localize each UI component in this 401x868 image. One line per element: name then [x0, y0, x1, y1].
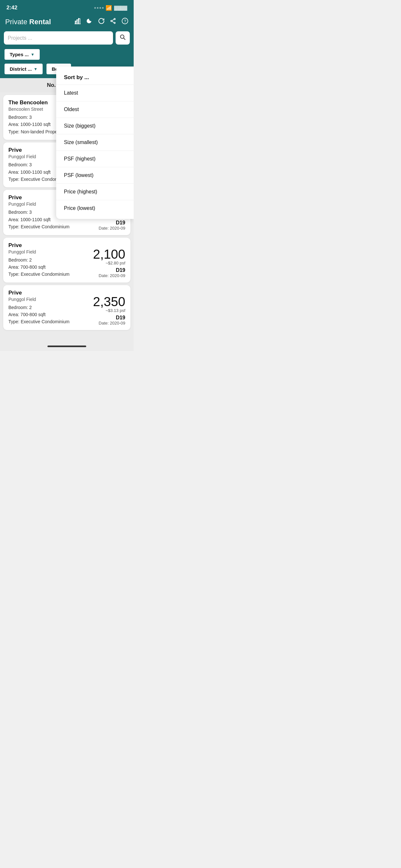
status-icons: 📶 ▓▓▓▓ [94, 5, 127, 11]
types-filter-button[interactable]: Types ... ▼ [4, 49, 40, 60]
status-bar: 2:42 📶 ▓▓▓▓ [0, 0, 134, 14]
listing-date: Date: 2020-09 [99, 321, 125, 326]
search-icon [120, 34, 126, 40]
types-dropdown-arrow: ▼ [31, 52, 35, 57]
battery-icon: ▓▓▓▓ [114, 5, 127, 10]
svg-line-8 [112, 20, 114, 21]
listing-name: Prive [8, 242, 87, 249]
sort-option-psf-lowest[interactable]: PSF (lowest) [56, 167, 134, 184]
home-bar [48, 345, 86, 347]
listing-details: Bedroom: 2 Area: 700-800 sqft Type: Exec… [8, 256, 87, 278]
sort-option-latest[interactable]: Latest [56, 85, 134, 101]
listing-district: D19 [116, 268, 125, 273]
district-dropdown-arrow: ▼ [34, 67, 37, 71]
sort-option-psf-highest[interactable]: PSF (highest) [56, 151, 134, 167]
sort-dropdown-title: Sort by ... [56, 69, 134, 85]
svg-line-9 [112, 21, 114, 23]
svg-point-5 [114, 19, 115, 20]
listing-type: Type: Executive Condominium [8, 318, 87, 325]
search-button[interactable] [116, 31, 130, 44]
listing-date: Date: 2020-09 [99, 226, 125, 230]
listing-street: Punggol Field [8, 297, 87, 302]
listing-type: Type: Executive Condominium [8, 223, 87, 230]
listing-psf: ~$2.80 psf [105, 260, 125, 266]
listing-name: Prive [8, 290, 87, 296]
listing-district: D19 [116, 315, 125, 321]
sort-option-oldest[interactable]: Oldest [56, 101, 134, 118]
app-title-bold: Rental [29, 18, 51, 26]
listing-bedroom: Bedroom: 2 [8, 304, 87, 311]
district-filter-button[interactable]: District ... ▼ [4, 63, 43, 75]
listing-card[interactable]: Prive Punggol Field Bedroom: 2 Area: 700… [3, 238, 130, 283]
chart-icon[interactable] [74, 18, 81, 26]
listing-area: Area: 700-800 sqft [8, 311, 87, 318]
listing-price: 2,350 [93, 295, 125, 308]
app-header: Private Rental [0, 14, 134, 30]
app-title: Private Rental [5, 18, 51, 26]
listing-type: Type: Executive Condominium [8, 271, 87, 278]
sort-option-price-lowest[interactable]: Price (lowest) [56, 200, 134, 216]
listing-psf: ~$3.13 psf [105, 308, 125, 313]
app-title-regular: Private [5, 18, 29, 26]
sort-dropdown[interactable]: Sort by ... Latest Oldest Size (biggest)… [56, 66, 134, 219]
listing-date: Date: 2020-09 [99, 273, 125, 278]
sort-option-size-biggest[interactable]: Size (biggest) [56, 118, 134, 134]
search-input-container[interactable]: Projects ... [4, 31, 113, 44]
listing-info: Prive Punggol Field Bedroom: 2 Area: 700… [8, 290, 87, 326]
types-filter-label: Types ... [10, 52, 29, 57]
listing-price-info: 2,100 ~$2.80 psf D19 Date: 2020-09 [87, 242, 125, 278]
listing-street: Punggol Field [8, 249, 87, 254]
listing-area: Area: 700-800 sqft [8, 264, 87, 271]
status-time: 2:42 [6, 4, 18, 11]
search-placeholder: Projects ... [8, 35, 109, 41]
svg-line-13 [124, 38, 125, 40]
listing-info: Prive Punggol Field Bedroom: 2 Area: 700… [8, 242, 87, 278]
sort-option-price-highest[interactable]: Price (highest) [56, 184, 134, 200]
share-icon[interactable] [110, 18, 116, 26]
svg-point-12 [120, 35, 124, 38]
svg-point-6 [114, 22, 115, 24]
sort-option-size-smallest[interactable]: Size (smallest) [56, 134, 134, 151]
listing-bedroom: Bedroom: 2 [8, 256, 87, 264]
search-bar: Projects ... [0, 30, 134, 47]
listing-details: Bedroom: 2 Area: 700-800 sqft Type: Exec… [8, 304, 87, 326]
refresh-icon[interactable] [98, 18, 104, 26]
signal-icon [94, 7, 104, 9]
listing-district: D19 [116, 220, 125, 226]
svg-rect-0 [75, 21, 76, 24]
home-indicator [0, 343, 134, 351]
svg-point-7 [111, 20, 112, 22]
moon-icon[interactable] [87, 18, 93, 26]
filter-row-1: Types ... ▼ [0, 47, 134, 63]
svg-text:?: ? [124, 19, 126, 24]
header-action-icons: ? [74, 18, 128, 26]
district-filter-label: District ... [10, 66, 32, 72]
listing-price: 2,100 [93, 248, 125, 260]
help-icon[interactable]: ? [121, 18, 128, 26]
wifi-icon: 📶 [105, 5, 112, 11]
listing-card[interactable]: Prive Punggol Field Bedroom: 2 Area: 700… [3, 285, 130, 330]
listing-price-info: 2,350 ~$3.13 psf D19 Date: 2020-09 [87, 290, 125, 326]
